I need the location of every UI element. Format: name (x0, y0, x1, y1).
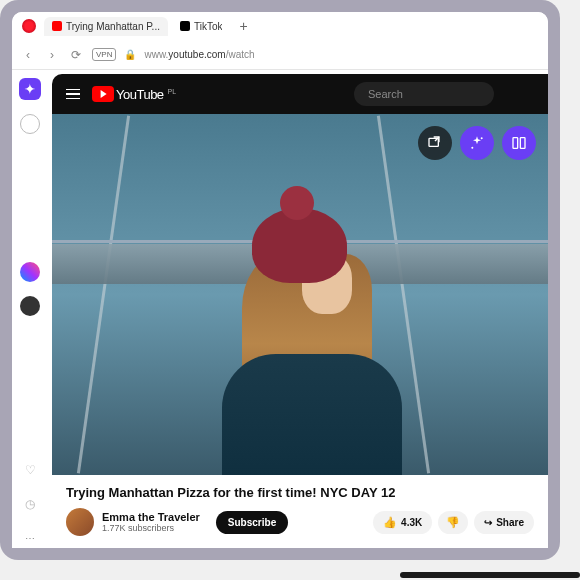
youtube-logo-text: YouTube (116, 87, 164, 102)
share-label: Share (496, 517, 524, 528)
popout-video-icon[interactable] (418, 126, 452, 160)
history-icon[interactable]: ◷ (20, 494, 40, 514)
thumbs-down-icon: 👎 (446, 516, 460, 529)
url-path: /watch (226, 49, 255, 60)
share-button[interactable]: ↪ Share (474, 511, 534, 534)
device-chin (400, 572, 580, 578)
tab-title: Trying Manhattan P... (66, 21, 160, 32)
vpn-badge[interactable]: VPN (92, 48, 116, 61)
sidebar-speed-dial-icon[interactable] (20, 114, 40, 134)
like-count: 4.3K (401, 517, 422, 528)
thumbs-up-icon: 👍 (383, 516, 397, 529)
share-icon: ↪ (484, 517, 492, 528)
browser-sidebar: ✦ ♡ ◷ ⋯ (12, 70, 48, 548)
tab-youtube[interactable]: Trying Manhattan P... (44, 17, 168, 36)
video-player[interactable] (52, 114, 548, 475)
like-button[interactable]: 👍 4.3K (373, 511, 432, 534)
video-title: Trying Manhattan Pizza for the first tim… (66, 485, 534, 500)
svg-rect-4 (520, 138, 525, 149)
video-info-bar: Trying Manhattan Pizza for the first tim… (52, 475, 548, 548)
channel-avatar[interactable] (66, 508, 94, 536)
svg-point-1 (481, 137, 483, 139)
split-screen-icon[interactable] (502, 126, 536, 160)
tab-bar: Trying Manhattan P... TikTok + (12, 12, 548, 40)
hamburger-menu-icon[interactable] (66, 89, 80, 100)
subscriber-count: 1.77K subscribers (102, 523, 200, 533)
youtube-region: PL (168, 88, 177, 95)
lucid-mode-icon[interactable] (460, 126, 494, 160)
youtube-favicon-icon (52, 21, 62, 31)
svg-point-2 (471, 147, 473, 149)
new-tab-button[interactable]: + (234, 17, 252, 35)
tab-tiktok[interactable]: TikTok (172, 17, 231, 36)
reload-button[interactable]: ⟳ (68, 47, 84, 63)
url-field[interactable]: www.youtube.com/watch (144, 49, 254, 60)
youtube-header: YouTube PL Search (52, 74, 548, 114)
search-input[interactable]: Search (354, 82, 494, 106)
opera-logo-icon (22, 19, 36, 33)
svg-rect-3 (513, 138, 518, 149)
sidebar-more-icon[interactable]: ⋯ (20, 528, 40, 548)
aria-ai-button[interactable]: ✦ (19, 78, 41, 100)
messenger-icon[interactable] (20, 262, 40, 282)
heart-icon[interactable]: ♡ (20, 460, 40, 480)
youtube-logo[interactable]: YouTube PL (92, 86, 176, 102)
youtube-page: YouTube PL Search (52, 74, 548, 548)
subscribe-button[interactable]: Subscribe (216, 511, 288, 534)
url-prefix: www. (144, 49, 168, 60)
sidebar-app-icon[interactable] (20, 296, 40, 316)
tiktok-favicon-icon (180, 21, 190, 31)
dislike-button[interactable]: 👎 (438, 511, 468, 534)
youtube-logo-icon (92, 86, 114, 102)
channel-block[interactable]: Emma the Traveler 1.77K subscribers (102, 511, 200, 533)
address-bar: ‹ › ⟳ VPN 🔒 www.youtube.com/watch (12, 40, 548, 70)
channel-name: Emma the Traveler (102, 511, 200, 523)
back-button[interactable]: ‹ (20, 47, 36, 63)
url-domain: youtube.com (168, 49, 225, 60)
lock-icon: 🔒 (124, 49, 136, 60)
forward-button[interactable]: › (44, 47, 60, 63)
tab-title: TikTok (194, 21, 223, 32)
